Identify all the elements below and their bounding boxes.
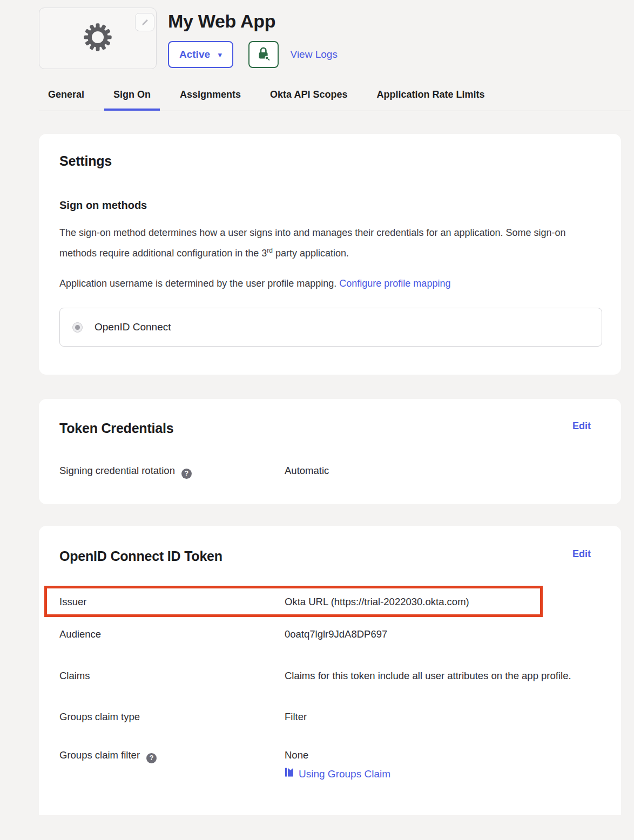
id-token-rows: Audience 0oatq7lglr9JdA8DP697 Claims Cla… (39, 627, 621, 781)
lock-key-icon (257, 46, 270, 63)
app-logo-tile (39, 8, 157, 69)
tab-okta-api-scopes[interactable]: Okta API Scopes (261, 89, 356, 111)
issuer-highlight-box: Issuer Okta URL (https://trial-2022030.o… (44, 586, 543, 617)
tab-general[interactable]: General (39, 89, 93, 111)
tab-sign-on[interactable]: Sign On (104, 89, 160, 111)
tab-assignments[interactable]: Assignments (171, 89, 250, 111)
sign-on-methods-description: The sign-on method determines how a user… (59, 224, 570, 262)
row-label: Audience (59, 627, 285, 641)
radio-selected-icon[interactable] (72, 322, 83, 333)
issuer-row: Issuer Okta URL (https://trial-2022030.o… (47, 594, 540, 609)
row-label: Issuer (59, 594, 285, 609)
tab-application-rate-limits[interactable]: Application Rate Limits (367, 89, 494, 111)
groups-claim-type-value: Filter (285, 709, 591, 724)
caret-down-icon: ▾ (218, 51, 222, 59)
row-label: Groups claim filter? (59, 748, 285, 763)
id-token-card: OpenID Connect ID Token Edit Issuer Okta… (39, 526, 621, 815)
settings-card: Settings Sign on methods The sign-on met… (39, 134, 621, 375)
using-groups-claim-link[interactable]: Using Groups Claim (299, 767, 390, 781)
username-note-text: Application username is determined by th… (59, 278, 339, 289)
row-label: Claims (59, 666, 285, 686)
row-label: Groups claim type (59, 709, 285, 724)
token-credentials-edit-link[interactable]: Edit (572, 421, 591, 432)
claims-row: Claims Claims for this token include all… (59, 666, 591, 686)
groups-claim-filter-value: None (285, 748, 591, 762)
sign-on-methods-heading: Sign on methods (59, 199, 591, 212)
row-value: Automatic (285, 463, 591, 478)
app-header: My Web App Active ▾ View Logs (39, 8, 634, 69)
claims-value: Claims for this token include all user a… (285, 666, 591, 686)
configure-profile-mapping-link[interactable]: Configure profile mapping (339, 278, 450, 289)
token-credentials-card: Token Credentials Edit Signing credentia… (39, 399, 621, 504)
using-groups-claim-row: Using Groups Claim (285, 767, 591, 781)
signing-credential-rotation-row: Signing credential rotation? Automatic (59, 463, 591, 479)
issuer-value: Okta URL (https://trial-2022030.okta.com… (285, 594, 540, 609)
row-label-text: Signing credential rotation (59, 465, 175, 476)
page-title: My Web App (168, 11, 338, 32)
groups-claim-filter-value-cell: None Using Groups Claim (285, 748, 591, 781)
tab-bar: General Sign On Assignments Okta API Sco… (39, 89, 631, 111)
app-status-label: Active (179, 49, 210, 60)
ordinal-superscript: rd (267, 247, 273, 254)
app-header-main: My Web App Active ▾ View Logs (168, 8, 338, 69)
header-actions: Active ▾ View Logs (168, 41, 338, 68)
secure-app-button[interactable] (248, 41, 279, 68)
token-credentials-title: Token Credentials (59, 421, 173, 436)
audience-value: 0oatq7lglr9JdA8DP697 (285, 627, 591, 641)
view-logs-link[interactable]: View Logs (291, 49, 338, 60)
gear-icon (83, 22, 113, 55)
row-label: Signing credential rotation? (59, 463, 285, 479)
pencil-icon (141, 17, 149, 28)
groups-claim-type-row: Groups claim type Filter (59, 709, 591, 724)
help-icon[interactable]: ? (181, 469, 192, 479)
username-mapping-note: Application username is determined by th… (59, 275, 570, 293)
groups-claim-filter-row: Groups claim filter? None Using Groups C… (59, 748, 591, 781)
row-label-text: Groups claim filter (59, 749, 140, 761)
help-icon[interactable]: ? (146, 753, 157, 763)
book-icon (285, 767, 294, 781)
app-status-dropdown[interactable]: Active ▾ (168, 41, 233, 68)
settings-card-title: Settings (59, 153, 591, 169)
id-token-edit-link[interactable]: Edit (572, 548, 591, 560)
id-token-title: OpenID Connect ID Token (59, 548, 222, 564)
sign-on-method-label: OpenID Connect (95, 321, 171, 333)
edit-logo-button[interactable] (135, 13, 154, 31)
audience-row: Audience 0oatq7lglr9JdA8DP697 (59, 627, 591, 641)
description-text-end: party application. (273, 248, 349, 259)
sign-on-method-option[interactable]: OpenID Connect (59, 308, 602, 347)
